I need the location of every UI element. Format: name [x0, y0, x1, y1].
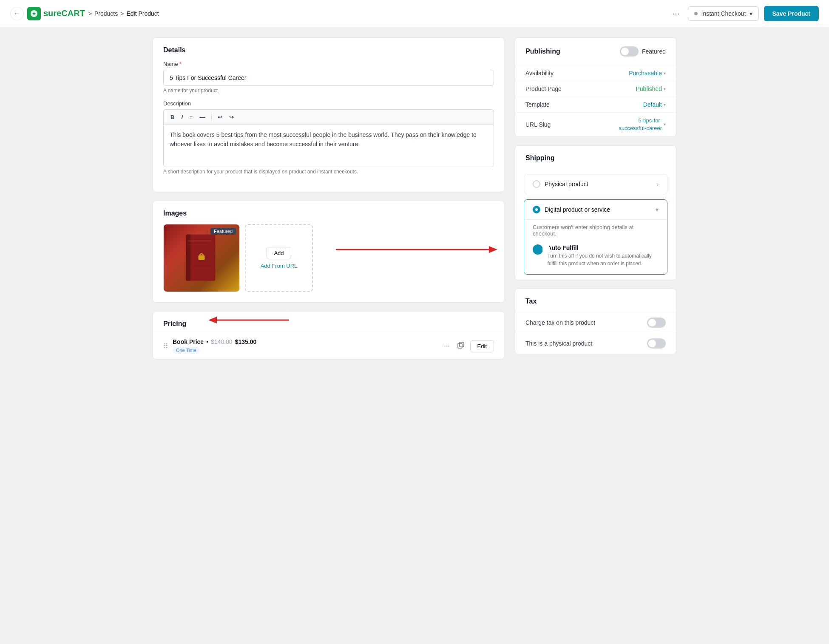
toolbar-separator	[211, 114, 212, 121]
breadcrumb: > Products > Edit Product	[88, 10, 159, 17]
featured-label: Featured	[642, 48, 666, 55]
list-button[interactable]: ≡	[188, 113, 195, 121]
images-area: Featured	[153, 224, 504, 302]
charge-tax-row: Charge tax on this product	[515, 312, 676, 333]
svg-marker-11	[208, 317, 217, 323]
auto-fulfill-toggle[interactable]	[533, 244, 543, 255]
digital-hint: Customers won't enter shipping details a…	[533, 220, 659, 241]
digital-radio[interactable]	[533, 206, 540, 213]
italic-button[interactable]: I	[179, 113, 185, 121]
back-icon: ←	[14, 10, 20, 17]
product-page-value[interactable]: Published ▾	[636, 85, 666, 92]
physical-product-tax-row: This is a physical product	[515, 333, 676, 354]
template-value[interactable]: Default ▾	[643, 101, 666, 108]
bold-button[interactable]: B	[169, 113, 176, 121]
arrow-pricing-left	[208, 315, 293, 325]
edit-price-button[interactable]: Edit	[470, 340, 494, 352]
physical-label: Physical product	[545, 181, 588, 187]
shipping-title: Shipping	[515, 146, 676, 169]
digital-option-header[interactable]: Digital product or service ▾	[524, 200, 667, 219]
required-star: *	[179, 61, 182, 67]
auto-fulfill-desc: Turn this off if you do not wish to auto…	[547, 252, 659, 267]
featured-badge: Featured	[210, 228, 236, 235]
more-pricing-button[interactable]: ···	[442, 340, 451, 352]
name-hint: A name for your product.	[163, 88, 494, 94]
pricing-card: Pricing ⠿ Book Price • $140.00 $135.00	[153, 311, 505, 359]
add-image-box[interactable]: Add Add From URL	[245, 224, 313, 292]
description-group: Description B I ≡ — ↩ ↪ This book covers…	[163, 100, 494, 175]
charge-tax-toggle[interactable]	[647, 318, 666, 328]
right-column: Publishing Featured Availability Purchas…	[515, 37, 676, 359]
shipping-card: Shipping Physical product › Digital prod…	[515, 145, 676, 280]
pricing-item-left: ⠿ Book Price • $140.00 $135.00 One Time	[163, 338, 256, 354]
pricing-item-actions: ··· Edit	[442, 340, 494, 352]
publishing-card: Publishing Featured Availability Purchas…	[515, 37, 676, 137]
pricing-item: ⠿ Book Price • $140.00 $135.00 One Time	[153, 333, 504, 359]
physical-radio[interactable]	[533, 180, 540, 188]
description-label: Description	[163, 100, 494, 107]
auto-fulfill-row: Auto Fulfill Turn this off if you do not…	[533, 244, 659, 267]
svg-rect-9	[190, 272, 208, 272]
product-page-row: Product Page Published ▾	[515, 81, 676, 96]
instant-checkout-button[interactable]: Instant Checkout ▾	[688, 6, 758, 21]
description-editor[interactable]: This book covers 5 best tips from the mo…	[163, 125, 494, 167]
details-card: Details Name * A name for your product. …	[153, 37, 505, 192]
chevron-down-icon: ▾	[750, 10, 752, 17]
description-hint: A short description for your product tha…	[163, 169, 494, 175]
header-left: ← sureCART > Products > Edit Product	[10, 7, 159, 20]
svg-rect-8	[190, 268, 212, 268]
svg-rect-12	[458, 343, 462, 348]
digital-chevron-down-icon: ▾	[656, 206, 659, 213]
featured-image-box[interactable]: Featured	[163, 224, 240, 292]
availability-label: Availability	[525, 70, 554, 77]
left-column: Details Name * A name for your product. …	[153, 37, 505, 359]
breadcrumb-products[interactable]: Products	[94, 10, 118, 17]
url-slug-row: URL Slug 5-tips-for-successful-career ▾	[515, 112, 676, 136]
more-options-button[interactable]: ···	[669, 7, 683, 20]
publishing-title: Publishing	[525, 48, 560, 55]
featured-toggle[interactable]	[620, 46, 639, 57]
editor-toolbar: B I ≡ — ↩ ↪	[163, 109, 494, 125]
svg-rect-5	[188, 240, 211, 241]
surecart-logo-icon	[27, 7, 41, 20]
tax-card: Tax Charge tax on this product This is a…	[515, 289, 676, 354]
save-product-button[interactable]: Save Product	[764, 6, 819, 21]
name-input[interactable]	[163, 70, 494, 86]
digital-label: Digital product or service	[545, 206, 610, 213]
featured-toggle-group: Featured	[620, 46, 666, 57]
availability-value[interactable]: Purchasable ▾	[629, 70, 666, 77]
redo-button[interactable]: ↪	[227, 113, 236, 121]
drag-handle-icon[interactable]: ⠿	[163, 342, 168, 350]
template-chevron-icon: ▾	[664, 102, 666, 107]
physical-product-toggle[interactable]	[647, 338, 666, 349]
duplicate-button[interactable]	[456, 340, 466, 352]
pricing-dot: •	[206, 338, 208, 345]
app-header: ← sureCART > Products > Edit Product ···…	[0, 0, 829, 27]
current-price: $135.00	[235, 338, 257, 345]
auto-fulfill-text: Auto Fulfill Turn this off if you do not…	[547, 244, 659, 267]
svg-rect-13	[460, 342, 464, 347]
svg-rect-7	[199, 255, 205, 260]
header-right: ··· Instant Checkout ▾ Save Product	[669, 6, 819, 21]
pricing-title: Pricing	[163, 320, 186, 328]
instant-checkout-label: Instant Checkout	[701, 10, 746, 17]
name-group: Name * A name for your product.	[163, 61, 494, 94]
back-button[interactable]: ←	[10, 7, 24, 20]
physical-chevron-icon: ›	[656, 181, 659, 187]
add-image-button[interactable]: Add	[267, 247, 291, 259]
url-slug-label: URL Slug	[525, 121, 551, 128]
add-from-url-link[interactable]: Add From URL	[261, 263, 298, 269]
breadcrumb-sep: >	[88, 10, 92, 17]
breadcrumb-sep2: >	[120, 10, 124, 17]
images-card: Images Featured	[153, 201, 505, 303]
product-page-chevron-icon: ▾	[664, 87, 666, 91]
logo: sureCART	[27, 7, 85, 20]
publishing-header: Publishing Featured	[515, 38, 676, 65]
url-slug-chevron-icon: ▾	[664, 122, 666, 128]
physical-product-option[interactable]: Physical product ›	[524, 174, 667, 194]
undo-button[interactable]: ↩	[216, 113, 224, 121]
digital-option-left: Digital product or service	[533, 206, 610, 213]
dash-button[interactable]: —	[198, 113, 207, 121]
logo-text: sureCART	[43, 9, 85, 18]
url-slug-value[interactable]: 5-tips-for-successful-career ▾	[619, 117, 666, 132]
